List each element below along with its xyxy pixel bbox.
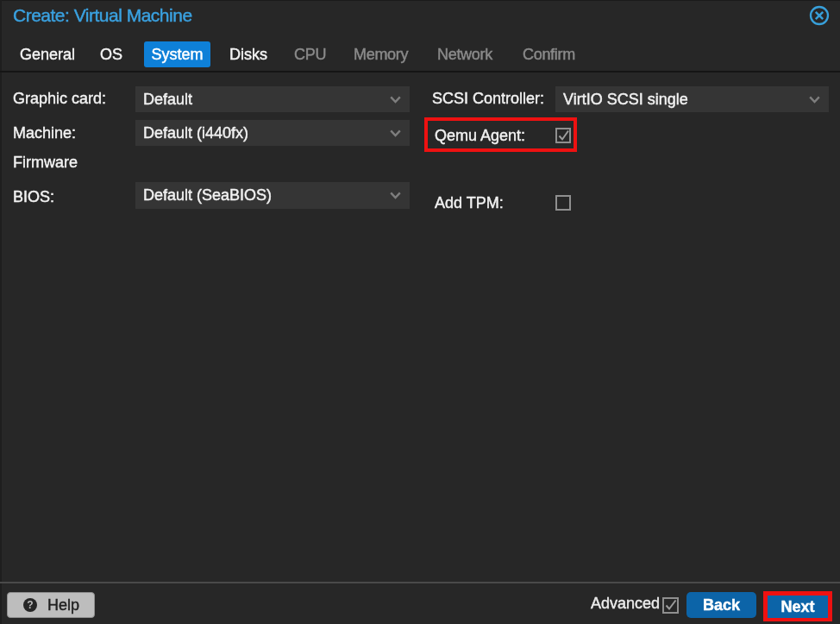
svg-text:?: ? [27,599,33,611]
